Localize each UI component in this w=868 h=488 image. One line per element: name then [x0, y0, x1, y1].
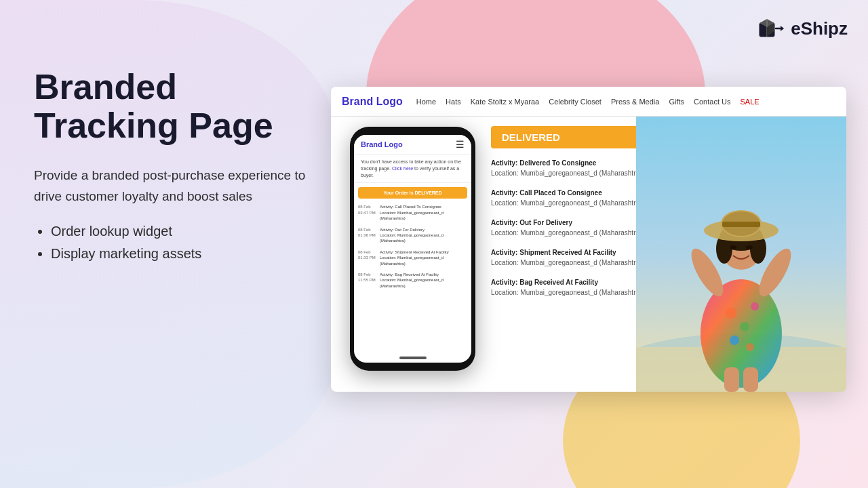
nav-contact[interactable]: Contact Us: [694, 98, 730, 106]
model-image: [636, 117, 846, 392]
svg-point-24: [740, 322, 749, 331]
nav-celebrity[interactable]: Celebrity Closet: [549, 98, 601, 106]
svg-point-27: [746, 343, 754, 351]
svg-point-22: [746, 245, 753, 249]
eshipz-box-icon: [755, 14, 785, 43]
phone-status-bar: Your Order is DELIVERED: [358, 187, 467, 199]
eshipz-label: eShipz: [791, 18, 848, 39]
phone-event-4: Activity: Bag Received At Facility Locat…: [380, 272, 467, 289]
status-text: DELIVERED: [502, 131, 560, 143]
svg-rect-28: [724, 367, 739, 392]
model-svg: [636, 117, 846, 392]
phone-home-button: [399, 357, 427, 359]
bullet-item-2: Display marketing assets: [51, 246, 319, 262]
svg-rect-20: [722, 222, 760, 227]
phone-location-4: Location: Mumbai_goregaoneast_d (Maharas…: [380, 277, 467, 289]
nav-gifts[interactable]: Gifts: [669, 98, 684, 106]
nav-home[interactable]: Home: [416, 98, 436, 106]
nav-sale[interactable]: SALE: [740, 98, 759, 106]
alert-link[interactable]: Click here: [392, 166, 413, 171]
phone-date-4: 08 Feb 11:55 PM: [358, 272, 377, 289]
browser-content: Brand Logo ☰ You don't have access to ta…: [331, 117, 846, 392]
phone-tracking-item-1: 08 Feb 03:47 PM Activity: Call Placed To…: [358, 204, 467, 221]
svg-point-10: [701, 279, 782, 388]
bullet-item-1: Order lookup widget: [51, 224, 319, 239]
brand-logo-desktop: Brand Logo: [342, 96, 403, 108]
main-title: Branded Tracking Page: [34, 68, 319, 145]
bullet-label-1: Order lookup widget: [51, 224, 172, 239]
nav-kate[interactable]: Kate Stoltz x Myaraa: [471, 98, 540, 106]
phone-brand-logo: Brand Logo: [361, 140, 403, 148]
nav-links: Home Hats Kate Stoltz x Myaraa Celebrity…: [416, 98, 835, 106]
svg-point-26: [730, 336, 739, 345]
subtitle-text: Provide a branded post-purchase experien…: [34, 165, 319, 207]
phone-location-3: Location: Mumbai_goregaoneast_d (Maharas…: [380, 255, 467, 266]
phone-tracking-item-2: 08 Feb 01:38 PM Activity: Out For Delive…: [358, 227, 467, 244]
phone-alert-text: You don't have access to take any action…: [354, 155, 471, 183]
hamburger-icon: ☰: [456, 139, 465, 150]
browser-navbar: Brand Logo Home Hats Kate Stoltz x Myara…: [331, 87, 846, 117]
phone-event-3: Activity: Shipment Received At Facility …: [380, 249, 467, 266]
phone-tracking-list: 08 Feb 03:47 PM Activity: Call Placed To…: [354, 203, 471, 353]
phone-date-2: 08 Feb 01:38 PM: [358, 227, 377, 244]
svg-point-23: [726, 308, 736, 319]
left-panel: Branded Tracking Page Provide a branded …: [34, 68, 319, 268]
feature-list: Order lookup widget Display marketing as…: [34, 224, 319, 262]
eshipz-logo: eShipz: [755, 14, 848, 43]
phone-activity-2: Activity: Out For Delivery: [380, 227, 467, 232]
phone-location-1: Location: Mumbai_goregaoneast_d (Maharas…: [380, 210, 467, 222]
phone-tracking-item-4: 08 Feb 11:55 PM Activity: Bag Received A…: [358, 272, 467, 289]
right-image-panel: [636, 117, 846, 392]
browser-window: Brand Logo Home Hats Kate Stoltz x Myara…: [331, 87, 846, 392]
nav-press[interactable]: Press & Media: [611, 98, 660, 106]
phone-activity-4: Activity: Bag Received At Facility: [380, 272, 467, 277]
svg-marker-6: [781, 26, 784, 31]
phone-event-1: Activity: Call Placed To Consignee Locat…: [380, 204, 467, 221]
phone-date-3: 08 Feb 01:33 PM: [358, 249, 377, 266]
phone-mockup: Brand Logo ☰ You don't have access to ta…: [350, 127, 475, 371]
nav-hats[interactable]: Hats: [446, 98, 461, 106]
phone-screen: Brand Logo ☰ You don't have access to ta…: [354, 135, 471, 363]
phone-activity-3: Activity: Shipment Received At Facility: [380, 249, 467, 255]
title-line1: Branded: [34, 67, 177, 106]
phone-tracking-item-3: 08 Feb 01:33 PM Activity: Shipment Recei…: [358, 249, 467, 266]
svg-point-21: [730, 245, 736, 249]
title-line2: Tracking Page: [34, 106, 273, 145]
phone-date-1: 08 Feb 03:47 PM: [358, 204, 377, 221]
phone-location-2: Location: Mumbai_goregaoneast_d (Maharas…: [380, 232, 467, 244]
phone-event-2: Activity: Out For Delivery Location: Mum…: [380, 227, 467, 244]
svg-point-25: [751, 302, 759, 310]
phone-header: Brand Logo ☰: [354, 135, 471, 155]
bullet-label-2: Display marketing assets: [51, 246, 201, 261]
svg-rect-29: [743, 367, 758, 392]
phone-home-bar: [354, 353, 471, 363]
phone-activity-1: Activity: Call Placed To Consignee: [380, 204, 467, 209]
